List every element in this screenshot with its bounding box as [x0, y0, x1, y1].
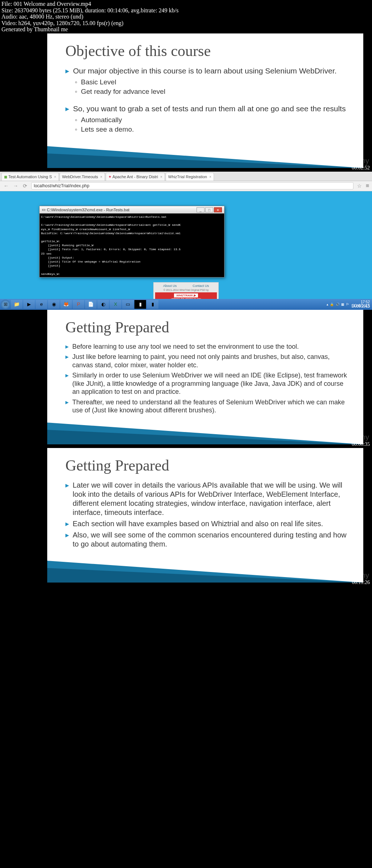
slide3-p2: Just like before learning to paint, you … — [72, 353, 349, 369]
excel-icon[interactable]: X — [110, 300, 121, 309]
ie-icon[interactable]: e — [36, 300, 47, 309]
timestamp-4: 00:11:26 — [352, 580, 370, 585]
minimize-button[interactable]: _ — [197, 207, 205, 212]
close-icon[interactable]: × — [160, 175, 162, 179]
maximize-button[interactable]: □ — [205, 207, 213, 212]
slide1-p1a: Basic Level — [81, 78, 349, 87]
slide3-p1: Before learning to use any tool we need … — [72, 343, 349, 351]
slide4-p2: Each section will have examples based on… — [73, 519, 349, 528]
reload-button[interactable]: ⟳ — [22, 183, 28, 189]
contact-link[interactable]: Contact Us — [193, 284, 209, 288]
browser-tab-1[interactable]: ◼Test Automation Using S× — [1, 173, 59, 181]
slide1-p2b: Lets see a demo. — [81, 125, 349, 134]
slide3-p4: Thereafter, we need to understand all th… — [72, 398, 349, 415]
timestamp-2: 00:05:43 — [352, 303, 370, 309]
back-button[interactable]: ← — [3, 183, 9, 189]
windows-taskbar: ⊞ 📁 ▶ e ◉ 🦊 P 📄 ◐ X ▭ ▮ ▮ ▴ 🔒 🔊 ▦ 🏳 17:5… — [0, 299, 372, 310]
browser-tab-bar: ◼Test Automation Using S× WebDriver.Time… — [0, 172, 372, 181]
close-icon[interactable]: × — [100, 175, 102, 179]
browser-tab-2[interactable]: WebDriver.Timeouts× — [60, 173, 105, 181]
browser-toolbar: ← → ⟳ localhost/whizTrial/index.php ☆ ≡ — [0, 181, 372, 191]
slide3-title: Getting Prepared — [65, 319, 349, 336]
slide1-p2a: Automatically — [81, 116, 349, 124]
notepad-icon[interactable]: 📄 — [85, 300, 97, 309]
browser-frame: ◼Test Automation Using S× WebDriver.Time… — [0, 172, 372, 310]
timestamp-1: 00:02:52 — [352, 165, 370, 171]
close-icon[interactable]: × — [54, 175, 56, 179]
powerpoint-icon[interactable]: P — [73, 300, 84, 309]
address-bar[interactable]: localhost/whizTrial/index.php — [31, 182, 353, 189]
app-icon-2[interactable]: ▮ — [147, 300, 158, 309]
close-icon[interactable]: × — [209, 175, 211, 179]
slide1-p1b: Get ready for advance level — [81, 87, 349, 96]
slide1-title: Objective of this course — [65, 42, 349, 60]
cmd-titlebar[interactable]: ▭ C:\Windows\system32\cmd.exe - RunTests… — [40, 206, 224, 213]
slide3-bullets: Before learning to use any tool we need … — [65, 343, 349, 415]
cmd-title-text: C:\Windows\system32\cmd.exe - RunTests.b… — [47, 208, 129, 212]
app-icon[interactable]: ▭ — [122, 300, 134, 309]
forward-button[interactable]: → — [12, 183, 19, 189]
menu-icon[interactable]: ≡ — [366, 183, 369, 189]
start-button[interactable]: ⊞ — [1, 300, 10, 309]
firefox-icon[interactable]: 🦊 — [60, 300, 72, 309]
slide4-p1: Later we will cover in details the vario… — [73, 481, 349, 517]
close-button[interactable]: ✕ — [214, 207, 222, 212]
meta-size: Size: 26370490 bytes (25.15 MiB), durati… — [1, 7, 371, 14]
slide1-p1: Our major objective in this course is to… — [73, 66, 349, 76]
copyright: © 2013–2014 WhizTrial Original PSD by — [155, 289, 217, 291]
slide4-title: Getting Prepared — [65, 457, 349, 474]
slide3-p3: Similarly in order to use Selenium WebDr… — [72, 371, 349, 396]
timestamp-3: 00:08:35 — [352, 441, 370, 447]
meta-file: File: 001 Welcome and Overview.mp4 — [1, 1, 371, 7]
cmd-window[interactable]: ▭ C:\Windows\system32\cmd.exe - RunTests… — [39, 206, 225, 277]
slide4-p3: Also, we will see some of the common sce… — [73, 531, 349, 549]
media-player-icon[interactable]: ▶ — [23, 300, 35, 309]
video-metadata: File: 001 Welcome and Overview.mp4 Size:… — [0, 0, 372, 33]
browser-tab-4[interactable]: WhizTrial Registration× — [166, 173, 214, 181]
meta-gen: Generated by Thumbnail me — [1, 26, 371, 33]
system-tray[interactable]: ▴ 🔒 🔊 ▦ 🏳 — [327, 303, 350, 306]
svg-marker-1 — [47, 153, 363, 168]
slide1-bullets: Our major objective in this course is to… — [65, 66, 349, 134]
browser-tab-3[interactable]: ✦Apache Ant - Binary Distri× — [106, 173, 165, 181]
svg-marker-3 — [47, 430, 363, 444]
explorer-icon[interactable]: 📁 — [11, 300, 23, 309]
meta-audio: Audio: aac, 48000 Hz, stereo (und) — [1, 13, 371, 20]
cmd-output: C:\work\Training\Selenium\Udemy\Selenium… — [40, 213, 224, 277]
cmd-icon: ▭ — [42, 207, 45, 212]
watermark: udemy — [347, 433, 369, 441]
slide1-p2: So, you want to grab a set of tests and … — [73, 104, 349, 113]
chrome-icon[interactable]: ◉ — [48, 300, 60, 309]
watermark: udemy — [347, 571, 369, 580]
slide4-bullets: Later we will cover in details the vario… — [65, 481, 349, 549]
cmd-icon[interactable]: ▮ — [134, 300, 146, 309]
star-icon[interactable]: ☆ — [356, 183, 363, 189]
eclipse-icon[interactable]: ◐ — [97, 300, 109, 309]
svg-marker-5 — [47, 568, 363, 583]
meta-video: Video: h264, yuv420p, 1280x720, 15.00 fp… — [1, 20, 371, 27]
about-link[interactable]: About Us — [163, 284, 177, 288]
watermark: udemy — [347, 157, 369, 165]
